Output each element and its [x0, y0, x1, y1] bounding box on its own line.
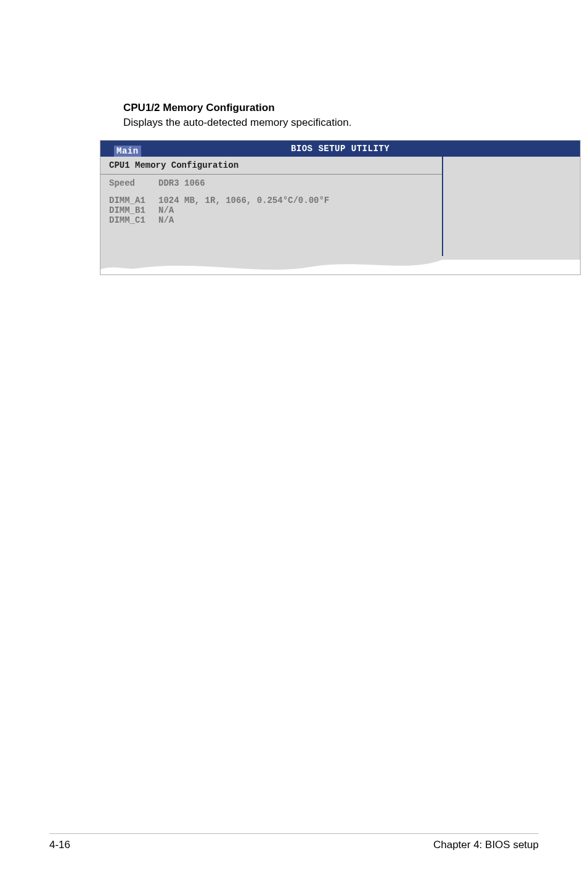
- bios-row-value: DDR3 1066: [158, 178, 433, 188]
- bios-screenshot: Main BIOS SETUP UTILITY CPU1 Memory Conf…: [100, 140, 581, 275]
- bios-title: BIOS SETUP UTILITY: [291, 144, 390, 154]
- bios-torn-edge: [100, 256, 580, 274]
- bios-body: CPU1 Memory Configuration Speed DDR3 106…: [100, 157, 580, 256]
- page-footer: 4-16 Chapter 4: BIOS setup: [49, 833, 539, 851]
- section-heading: CPU1/2 Memory Configuration: [123, 102, 555, 114]
- bios-row-dimm-a1: DIMM_A1 1024 MB, 1R, 1066, 0.254°C/0.00°…: [109, 196, 433, 205]
- bios-row-label: Speed: [109, 178, 158, 188]
- section-description: Displays the auto-detected memory specif…: [123, 117, 555, 129]
- bios-row-label: DIMM_A1: [109, 196, 158, 205]
- bios-left-panel: CPU1 Memory Configuration Speed DDR3 106…: [100, 157, 443, 256]
- bios-header-bar: Main BIOS SETUP UTILITY: [100, 141, 580, 157]
- bios-section-title: CPU1 Memory Configuration: [100, 157, 442, 175]
- bios-row-dimm-b1: DIMM_B1 N/A: [109, 205, 433, 215]
- bios-row-label: DIMM_C1: [109, 215, 158, 225]
- bios-right-panel: [443, 157, 580, 256]
- bios-row-value: N/A: [158, 205, 433, 215]
- bios-row-label: DIMM_B1: [109, 205, 158, 215]
- footer-page-number: 4-16: [49, 839, 70, 851]
- bios-row-speed: Speed DDR3 1066: [109, 178, 433, 188]
- page: CPU1/2 Memory Configuration Displays the…: [0, 0, 588, 887]
- content-block: CPU1/2 Memory Configuration Displays the…: [123, 102, 555, 275]
- bios-rows: Speed DDR3 1066 DIMM_A1 1024 MB, 1R, 106…: [100, 175, 442, 256]
- bios-row-dimm-c1: DIMM_C1 N/A: [109, 215, 433, 225]
- bios-row-value: 1024 MB, 1R, 1066, 0.254°C/0.00°F: [158, 196, 433, 205]
- bios-row-value: N/A: [158, 215, 433, 225]
- footer-chapter: Chapter 4: BIOS setup: [433, 839, 539, 851]
- bios-tab-main: Main: [114, 146, 141, 157]
